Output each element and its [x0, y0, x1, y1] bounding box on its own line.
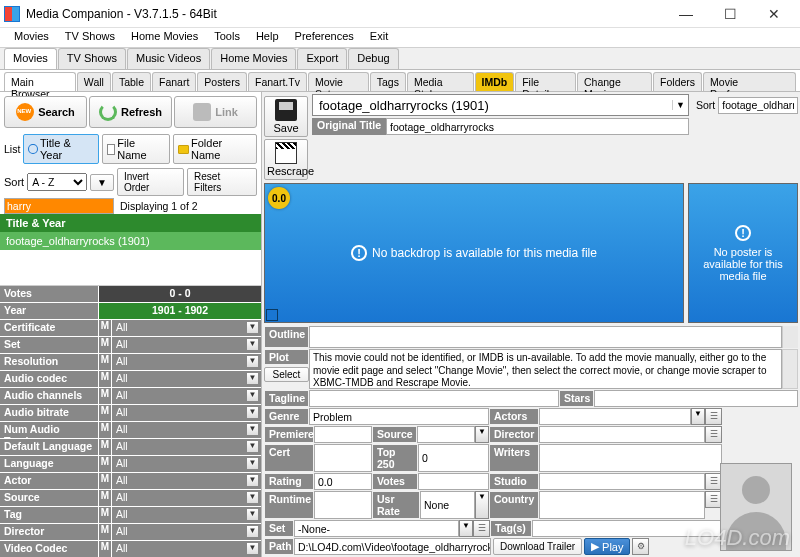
filter-value[interactable]: All▼	[112, 422, 261, 438]
tags-input[interactable]	[532, 520, 722, 537]
filter-value[interactable]: 0 - 0	[99, 286, 261, 302]
sort-select[interactable]: A - Z	[27, 173, 87, 191]
chevron-down-icon[interactable]: ▼	[246, 542, 259, 555]
filter-mode[interactable]: M	[99, 473, 112, 489]
minimize-button[interactable]: —	[664, 1, 708, 27]
trailer-config-button[interactable]: ⚙	[632, 538, 649, 555]
filter-value[interactable]: All▼	[112, 354, 261, 370]
menu-preferences[interactable]: Preferences	[287, 28, 362, 47]
filter-value[interactable]: All▼	[112, 388, 261, 404]
filter-mode[interactable]: M	[99, 405, 112, 421]
filter-value[interactable]: All▼	[112, 507, 261, 523]
filter-value[interactable]: All▼	[112, 371, 261, 387]
filter-value[interactable]: All▼	[112, 439, 261, 455]
search-button[interactable]: Search	[4, 96, 87, 128]
director-edit-button[interactable]: ☰	[705, 426, 722, 443]
tab-fanarttv[interactable]: Fanart.Tv	[248, 72, 307, 91]
usrrate-dropdown[interactable]: ▼	[475, 491, 489, 519]
chevron-down-icon[interactable]: ▼	[246, 338, 259, 351]
outline-input[interactable]	[309, 326, 782, 348]
set-edit-button[interactable]: ☰	[473, 520, 490, 537]
actors-input[interactable]	[539, 408, 691, 425]
play-button[interactable]: ▶Play	[584, 538, 630, 555]
votes-input[interactable]	[418, 473, 489, 490]
writers-input[interactable]	[539, 444, 722, 472]
usrrate-value[interactable]: None	[420, 491, 475, 519]
filter-value[interactable]: All▼	[112, 405, 261, 421]
tab-mainbrowser[interactable]: Main Browser	[4, 72, 76, 91]
scrollbar[interactable]	[782, 349, 798, 389]
filter-mode[interactable]: M	[99, 320, 112, 336]
menu-homemovies[interactable]: Home Movies	[123, 28, 206, 47]
tab-moviesets[interactable]: Movie Sets	[308, 72, 369, 91]
maximize-button[interactable]: ☐	[708, 1, 752, 27]
rescrape-button[interactable]: Rescrape	[264, 139, 308, 180]
filter-mode[interactable]: M	[99, 507, 112, 523]
filter-mode[interactable]: M	[99, 541, 112, 557]
sort-value-input[interactable]	[718, 97, 798, 114]
chevron-down-icon[interactable]: ▼	[246, 440, 259, 453]
chevron-down-icon[interactable]: ▼	[246, 491, 259, 504]
actors-edit-button[interactable]: ☰	[705, 408, 722, 425]
tab-posters[interactable]: Posters	[197, 72, 247, 91]
result-item[interactable]: footage_oldharryrocks (1901)	[0, 232, 261, 250]
set-dropdown[interactable]: ▼	[459, 520, 473, 537]
chevron-down-icon[interactable]: ▼	[246, 474, 259, 487]
listopt-title-year[interactable]: Title & Year	[23, 134, 98, 164]
original-title-input[interactable]	[386, 118, 689, 135]
title-combo[interactable]: footage_oldharryrocks (1901) ▼	[312, 94, 689, 116]
tab-movieprefs[interactable]: Movie Preferences	[703, 72, 796, 91]
filter-mode[interactable]: M	[99, 524, 112, 540]
tab-imdb[interactable]: IMDb	[475, 72, 515, 91]
filter-value[interactable]: All▼	[112, 337, 261, 353]
filter-mode[interactable]: M	[99, 422, 112, 438]
top250-value[interactable]: 0	[418, 444, 489, 472]
filter-value[interactable]: All▼	[112, 524, 261, 540]
premiere-input[interactable]	[314, 426, 372, 443]
poster-preview[interactable]: ! No poster is available for this media …	[688, 183, 798, 323]
filter-mode[interactable]: M	[99, 371, 112, 387]
tab-export[interactable]: Export	[297, 48, 347, 69]
source-dropdown[interactable]: ▼	[475, 426, 489, 443]
filter-value[interactable]: All▼	[112, 456, 261, 472]
scrollbar[interactable]	[782, 326, 798, 348]
filter-mode[interactable]: M	[99, 490, 112, 506]
rating-value[interactable]: 0.0	[314, 473, 372, 490]
country-input[interactable]	[539, 491, 705, 519]
tab-movies[interactable]: Movies	[4, 48, 57, 69]
close-button[interactable]: ✕	[752, 1, 796, 27]
tagline-input[interactable]	[309, 390, 559, 407]
chevron-down-icon[interactable]: ▼	[246, 355, 259, 368]
chevron-down-icon[interactable]: ▼	[246, 525, 259, 538]
menu-tvshows[interactable]: TV Shows	[57, 28, 123, 47]
filter-mode[interactable]: M	[99, 354, 112, 370]
path-value[interactable]: D:\LO4D.com\Video\footage_oldharryrocks	[294, 538, 491, 555]
source-input[interactable]	[417, 426, 475, 443]
tab-wall[interactable]: Wall	[77, 72, 111, 91]
tab-changemovie[interactable]: Change Movie	[577, 72, 652, 91]
filter-mode[interactable]: M	[99, 439, 112, 455]
tab-folders[interactable]: Folders	[653, 72, 702, 91]
studio-input[interactable]	[539, 473, 705, 490]
tab-mediastubs[interactable]: Media Stubs	[407, 72, 474, 91]
chevron-down-icon[interactable]: ▼	[246, 372, 259, 385]
refresh-button[interactable]: Refresh	[89, 96, 172, 128]
chevron-down-icon[interactable]: ▼	[246, 321, 259, 334]
actors-dropdown[interactable]: ▼	[691, 408, 705, 425]
filter-mode[interactable]: M	[99, 456, 112, 472]
chevron-down-icon[interactable]: ▼	[246, 457, 259, 470]
set-value[interactable]: -None-	[294, 520, 459, 537]
tab-debug[interactable]: Debug	[348, 48, 398, 69]
chevron-down-icon[interactable]: ▼	[246, 508, 259, 521]
menu-tools[interactable]: Tools	[206, 28, 248, 47]
filter-mode[interactable]: M	[99, 388, 112, 404]
tab-table[interactable]: Table	[112, 72, 151, 91]
backdrop-preview[interactable]: 0.0 ! No backdrop is available for this …	[264, 183, 684, 323]
chevron-down-icon[interactable]: ▼	[672, 100, 688, 110]
filter-mode[interactable]: M	[99, 337, 112, 353]
tab-musicvideos[interactable]: Music Videos	[127, 48, 210, 69]
cert-input[interactable]	[314, 444, 372, 472]
filter-value[interactable]: All▼	[112, 541, 261, 557]
tab-tags[interactable]: Tags	[370, 72, 406, 91]
filter-value[interactable]: All▼	[112, 320, 261, 336]
